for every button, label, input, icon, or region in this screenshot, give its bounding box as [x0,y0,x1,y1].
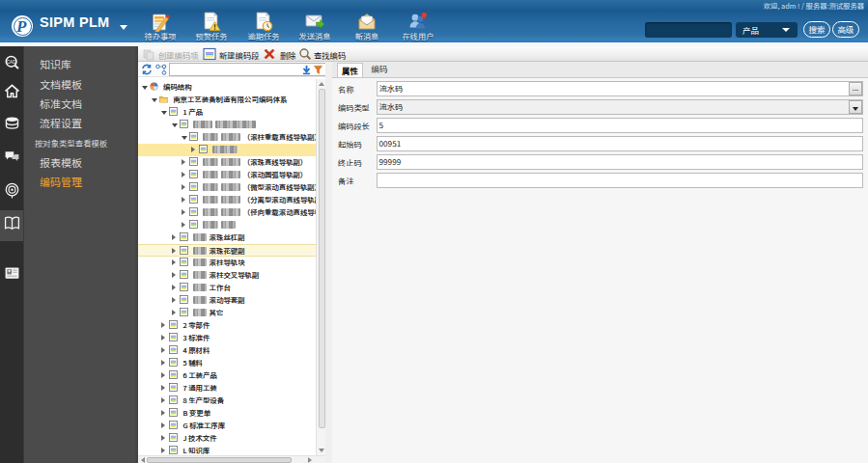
svg-text:CAD: CAD [7,60,16,65]
